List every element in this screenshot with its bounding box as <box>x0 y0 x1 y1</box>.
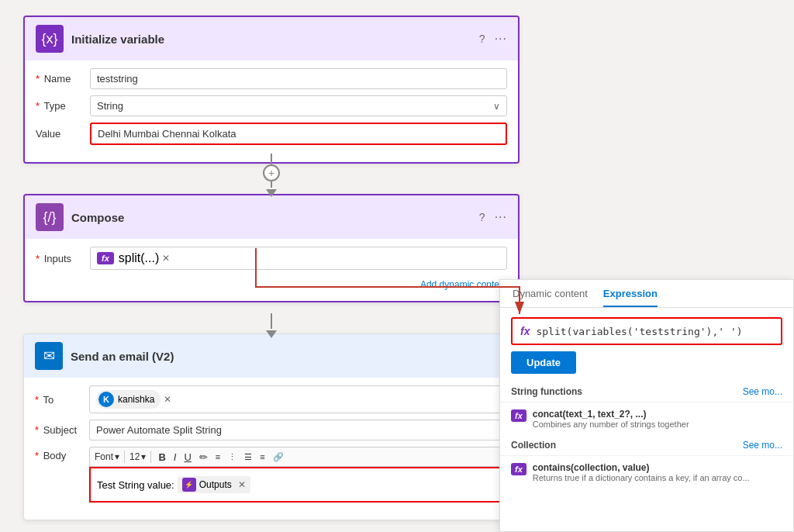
bold-button[interactable]: B <box>156 451 167 463</box>
email-card: ✉ Send an email (V2) ? * To K k <box>23 333 520 520</box>
remove-contact-icon[interactable]: ✕ <box>164 394 171 405</box>
connector-2 <box>266 313 277 338</box>
fn-item-contains: fx contains(collection, value) Returns t… <box>500 455 793 489</box>
name-input[interactable] <box>90 68 507 89</box>
email-card-icon: ✉ <box>35 342 63 370</box>
string-functions-section-header: String functions See mo... <box>500 382 793 402</box>
to-input[interactable]: K kanishka ✕ <box>89 385 508 413</box>
init-variable-card: {x} Initialize variable ? ··· * Name * <box>23 16 520 164</box>
font-select[interactable]: Font ▾ <box>95 451 119 462</box>
help-icon-compose[interactable]: ? <box>479 211 485 223</box>
size-chevron-icon: ▾ <box>141 451 146 462</box>
expression-input-area[interactable]: fx split(variables('teststring'),' ') <box>511 317 782 345</box>
contact-avatar: K <box>98 392 114 407</box>
split-expression-label: split(...) <box>119 251 159 265</box>
body-content[interactable]: Test String value: ⚡ Outputs ✕ <box>89 467 508 503</box>
compose-card-icon: {/} <box>36 203 64 231</box>
name-field-row: * Name <box>36 68 507 89</box>
fn-badge-contains: fx <box>511 463 526 475</box>
type-field-row: * Type String ∨ <box>36 95 507 116</box>
fx-expression-icon: fx <box>520 325 530 337</box>
value-input[interactable] <box>90 123 507 145</box>
tab-dynamic-content[interactable]: Dynamic content <box>513 288 588 307</box>
update-button[interactable]: Update <box>511 351 576 374</box>
inputs-input[interactable]: fx split(...) ✕ <box>90 247 507 270</box>
inputs-field-row: * Inputs fx split(...) ✕ <box>36 247 507 270</box>
link-button[interactable]: 🔗 <box>271 452 286 462</box>
fn-badge-concat: fx <box>511 409 526 422</box>
fn-item-concat: fx concat(text_1, text_2?, ...) Combines… <box>500 402 793 435</box>
fn-name-contains[interactable]: contains(collection, value) <box>533 462 750 473</box>
email-card-header: ✉ Send an email (V2) ? <box>24 334 519 378</box>
value-field-row: Value <box>36 123 507 145</box>
type-select[interactable]: String ∨ <box>90 95 507 116</box>
align-left-button[interactable]: ☰ <box>242 452 254 462</box>
add-dynamic-content-link[interactable]: Add dynamic content <box>36 276 507 290</box>
body-field-row: * Body Font ▾ 12 ▾ <box>35 447 508 503</box>
body-text-label: Test String value: <box>97 479 174 491</box>
init-card-icon: {x} <box>36 25 64 53</box>
collection-section-header: Collection See mo... <box>500 435 793 455</box>
bullet-list-button[interactable]: ≡ <box>213 452 223 461</box>
clear-expression-icon[interactable]: ✕ <box>162 253 170 264</box>
underline-button[interactable]: U <box>181 451 193 463</box>
fx-badge: fx <box>97 252 114 264</box>
arrow-down-icon-1 <box>266 189 277 197</box>
contact-badge: K kanishka <box>96 390 161 409</box>
value-label: Value <box>36 128 90 140</box>
see-more-collection[interactable]: See mo... <box>743 440 782 451</box>
font-chevron-icon: ▾ <box>115 451 119 462</box>
expression-text: split(variables('teststring'),' ') <box>536 326 742 337</box>
size-select[interactable]: 12 ▾ <box>129 451 146 462</box>
numbered-list-button[interactable]: ⋮ <box>226 452 239 462</box>
subject-input[interactable] <box>89 420 508 440</box>
outputs-badge: ⚡ Outputs ✕ <box>178 476 250 493</box>
compose-card-title: Compose <box>71 211 479 224</box>
subject-field-row: * Subject <box>35 420 508 440</box>
fn-desc-concat: Combines any number of strings together <box>533 420 689 429</box>
connector-1: + <box>263 154 280 197</box>
italic-button[interactable]: I <box>171 451 179 463</box>
init-card-actions: ? ··· <box>479 32 507 46</box>
body-label: * Body <box>35 447 89 461</box>
inputs-label: * Inputs <box>36 253 90 264</box>
email-card-title: Send an email (V2) <box>71 350 502 363</box>
see-more-string-functions[interactable]: See mo... <box>743 386 782 397</box>
more-options-icon[interactable]: ··· <box>495 32 507 46</box>
fn-desc-contains: Returns true if a dictionary contains a … <box>533 473 750 482</box>
fn-name-concat[interactable]: concat(text_1, text_2?, ...) <box>533 409 689 420</box>
remove-outputs-icon[interactable]: ✕ <box>238 479 246 490</box>
compose-card-body: * Inputs fx split(...) ✕ Add dynamic con… <box>25 239 518 301</box>
name-label: * Name <box>36 73 90 85</box>
outputs-icon: ⚡ <box>182 478 196 492</box>
highlight-button[interactable]: ✏ <box>197 451 210 463</box>
add-step-button-1[interactable]: + <box>263 164 280 181</box>
tab-expression[interactable]: Expression <box>603 288 658 307</box>
compose-card-actions: ? ··· <box>479 210 507 224</box>
canvas-area: {x} Initialize variable ? ··· * Name * <box>0 0 543 532</box>
side-panel: Dynamic content Expression fx split(vari… <box>499 279 794 532</box>
email-card-body: * To K kanishka ✕ * Subject <box>24 378 519 520</box>
compose-card: {/} Compose ? ··· * Inputs fx split(...)… <box>23 194 520 302</box>
more-options-icon-compose[interactable]: ··· <box>495 210 507 224</box>
arrow-down-icon-2 <box>266 330 277 338</box>
side-panel-tabs: Dynamic content Expression <box>500 280 793 308</box>
to-label: * To <box>35 394 89 406</box>
body-toolbar: Font ▾ 12 ▾ B I U ✏ ≡ <box>89 447 508 467</box>
compose-card-header: {/} Compose ? ··· <box>25 195 518 239</box>
help-icon[interactable]: ? <box>479 33 485 45</box>
chevron-down-icon: ∨ <box>493 101 500 112</box>
subject-label: * Subject <box>35 424 89 436</box>
init-card-body: * Name * Type String ∨ Value <box>25 60 518 162</box>
type-label: * Type <box>36 100 90 112</box>
init-card-title: Initialize variable <box>71 33 479 46</box>
init-card-header: {x} Initialize variable ? ··· <box>25 17 518 60</box>
to-field-row: * To K kanishka ✕ <box>35 385 508 413</box>
align-right-button[interactable]: ≡ <box>257 452 267 461</box>
